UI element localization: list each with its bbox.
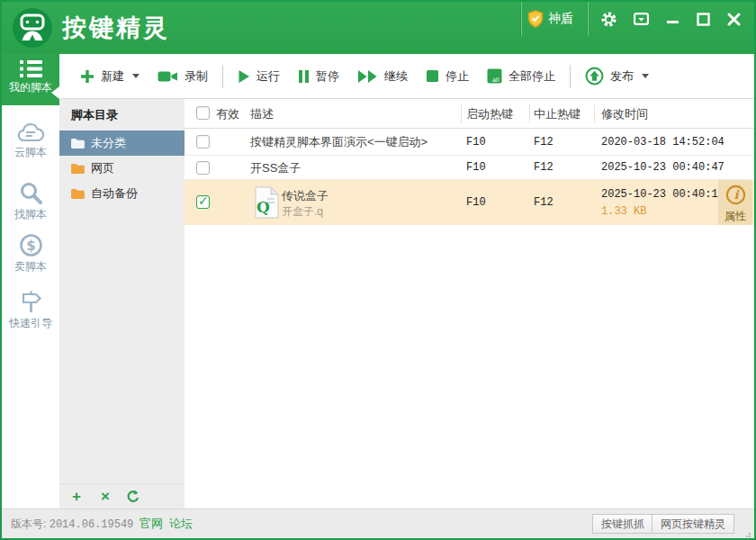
- fast-forward-icon: [357, 69, 378, 84]
- app-logo: [13, 8, 52, 48]
- resume-label: 继续: [384, 68, 408, 85]
- table-row[interactable]: 开SS盒子 F10 F12 2025-10-23 00:40:47: [184, 156, 754, 180]
- sidebar-item-label: 云脚本: [2, 145, 59, 160]
- close-button[interactable]: [722, 2, 745, 36]
- record-label: 录制: [184, 68, 208, 85]
- row-modified-time: 2020-03-18 14:52:04: [601, 129, 724, 156]
- row-checkbox[interactable]: [196, 161, 210, 175]
- publish-button[interactable]: 发布: [576, 61, 658, 91]
- stop-button[interactable]: 停止: [417, 63, 478, 90]
- publish-icon: [585, 67, 604, 86]
- refresh-button[interactable]: [126, 490, 140, 504]
- skin-dropdown-icon: [634, 13, 649, 26]
- sidebar-item-sell-scripts[interactable]: $ 卖脚本: [2, 228, 59, 278]
- publish-label: 发布: [610, 68, 634, 85]
- properties-label: 属性: [718, 209, 752, 224]
- minimize-icon: [666, 13, 680, 26]
- pause-label: 暂停: [316, 68, 339, 85]
- folder-item-label: 网页: [91, 160, 114, 176]
- toolbar-separator: [222, 65, 223, 88]
- key-capture-button[interactable]: 按键抓抓: [592, 514, 653, 534]
- web-quickmacro-button[interactable]: 网页按键精灵: [652, 514, 734, 534]
- folder-actions: + ×: [59, 483, 184, 508]
- stop-all-label: 全部停止: [508, 68, 555, 85]
- svg-text:i: i: [734, 187, 740, 202]
- sidebar-item-quick-guide[interactable]: 快速引导: [2, 284, 59, 335]
- dollar-icon: $: [19, 233, 43, 257]
- row-checkbox-checked[interactable]: [196, 195, 210, 209]
- svg-text:all: all: [492, 76, 500, 84]
- sidebar-item-cloud-scripts[interactable]: 云脚本: [2, 117, 59, 167]
- col-modified: 修改时间: [601, 99, 648, 129]
- row-checkbox[interactable]: [196, 135, 210, 148]
- skin-menu-button[interactable]: [629, 2, 652, 36]
- folder-item-web[interactable]: 网页: [59, 156, 184, 181]
- official-site-link[interactable]: 官网: [140, 509, 163, 538]
- stop-all-button[interactable]: all 全部停止: [478, 63, 564, 90]
- sidebar-item-label: 快速引导: [2, 316, 59, 331]
- sidebar-item-my-scripts[interactable]: 我的脚本: [2, 54, 59, 105]
- record-button[interactable]: 录制: [148, 63, 217, 90]
- forum-link[interactable]: 论坛: [169, 509, 193, 538]
- row-modified-time: 2025-10-23 00:40:47: [601, 156, 724, 180]
- chevron-down-icon: [642, 74, 649, 78]
- info-icon: i: [725, 184, 746, 205]
- titlebar-separator: [588, 2, 589, 36]
- new-script-button[interactable]: 新建: [71, 63, 148, 90]
- app-window: 按键精灵 神盾: [0, 0, 756, 540]
- script-table: 有效 描述 启动热键 中止热键 修改时间 按键精灵脚本界面演示<一键启动> F1…: [184, 99, 754, 508]
- script-directory-title: 脚本目录: [59, 99, 184, 130]
- toolbar-separator: [570, 65, 571, 88]
- resize-grip[interactable]: [749, 533, 751, 535]
- version-number: 2014.06.19549: [50, 518, 134, 531]
- sidebar-item-find-scripts[interactable]: 找脚本: [2, 176, 59, 226]
- row-modified-time: 2025-10-23 00:40:13: [601, 188, 724, 201]
- delete-folder-button[interactable]: ×: [97, 489, 113, 504]
- folder-item-uncategorized[interactable]: 未分类: [59, 130, 184, 156]
- stop-all-icon: all: [487, 68, 502, 84]
- settings-button[interactable]: [597, 2, 620, 36]
- active-tab-notch: [51, 86, 59, 99]
- folder-icon: [70, 163, 86, 175]
- sidebar: 我的脚本 云脚本 找脚本 $ 卖脚本: [2, 54, 59, 508]
- row-filename: 开盒子.q: [282, 204, 323, 220]
- col-start-hotkey: 启动热键: [466, 99, 513, 129]
- maximize-button[interactable]: [691, 2, 715, 36]
- minimize-button[interactable]: [661, 2, 684, 36]
- gear-icon: [600, 11, 617, 28]
- row-stop-hotkey: F12: [534, 156, 554, 180]
- shield-button[interactable]: 神盾: [527, 2, 573, 36]
- robot-icon: [13, 8, 52, 48]
- row-description: 开SS盒子: [250, 156, 301, 180]
- row-description: 按键精灵脚本界面演示<一键启动>: [250, 129, 428, 156]
- new-script-label: 新建: [101, 68, 124, 85]
- row-stop-hotkey: F12: [534, 196, 554, 209]
- script-directory-panel: 脚本目录 未分类 网页 自动备份 + ×: [59, 99, 184, 508]
- folder-item-auto-backup[interactable]: 自动备份: [59, 181, 184, 206]
- table-row-selected[interactable]: Q 传说盒子 开盒子.q F10 F12 2025-10-23 00:40:13…: [184, 180, 754, 225]
- script-file-icon: Q: [255, 186, 279, 219]
- table-row[interactable]: 按键精灵脚本界面演示<一键启动> F10 F12 2020-03-18 14:5…: [184, 129, 754, 156]
- camera-icon: [158, 69, 178, 84]
- select-all-checkbox[interactable]: [196, 106, 210, 120]
- shield-icon: [527, 10, 544, 28]
- properties-button[interactable]: i 属性: [718, 180, 752, 225]
- resume-button[interactable]: 继续: [348, 63, 417, 90]
- version-text: 版本号: 2014.06.19549: [11, 509, 133, 539]
- script-list-icon: [19, 59, 43, 78]
- row-start-hotkey: F10: [466, 196, 486, 209]
- row-stop-hotkey: F12: [534, 129, 554, 156]
- add-folder-button[interactable]: +: [68, 489, 85, 504]
- maximize-icon: [697, 13, 710, 26]
- signpost-icon: [19, 290, 43, 314]
- col-stop-hotkey: 中止热键: [534, 99, 580, 129]
- title-bar: 按键精灵 神盾: [2, 2, 754, 54]
- run-label: 运行: [256, 68, 280, 85]
- titlebar-separator: [521, 2, 522, 36]
- pause-button[interactable]: 暂停: [289, 63, 348, 90]
- chevron-down-icon: [132, 74, 140, 78]
- run-button[interactable]: 运行: [229, 63, 289, 90]
- folder-icon: [70, 188, 86, 200]
- row-start-hotkey: F10: [466, 129, 486, 156]
- col-valid: 有效: [216, 99, 239, 129]
